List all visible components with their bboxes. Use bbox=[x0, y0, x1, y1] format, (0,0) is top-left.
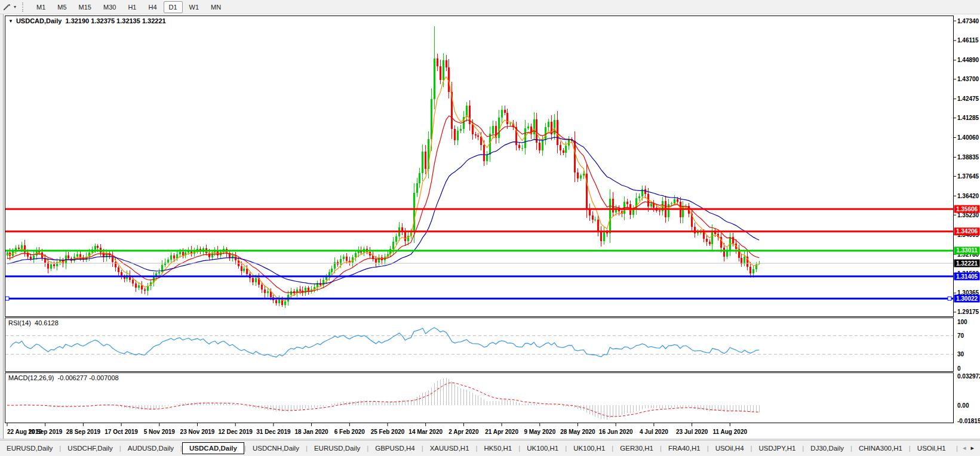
chart-tab-DJ30-Daily[interactable]: DJ30,Daily bbox=[804, 442, 850, 454]
timeframe-button-M1[interactable]: M1 bbox=[31, 1, 51, 13]
drawing-tool-group[interactable]: ▾ bbox=[0, 3, 19, 11]
chart-ohlc-values: 1.32190 1.32375 1.32135 1.32221 bbox=[65, 17, 165, 24]
tab-separator: | bbox=[956, 445, 958, 452]
line-selection-marker[interactable] bbox=[948, 297, 951, 300]
chart-tab-UK100-H1[interactable]: UK100,H1 bbox=[567, 442, 612, 454]
chart-tab-USOil-H4[interactable]: USOil,H4 bbox=[709, 442, 751, 454]
svg-text:1.32221: 1.32221 bbox=[956, 260, 978, 267]
chart-tab-USOil-H1[interactable]: USOil,H1 bbox=[911, 442, 950, 454]
tab-scroll-left-icon[interactable]: ◂ bbox=[963, 444, 966, 452]
svg-text:1.33011: 1.33011 bbox=[956, 247, 978, 254]
svg-text:30: 30 bbox=[957, 351, 964, 358]
timeframe-buttons: M1M5M15M30H1H4D1W1MN bbox=[30, 1, 227, 13]
chart-tab-USDCHF-Daily[interactable]: USDCHF,Daily bbox=[61, 442, 119, 454]
svg-text:1.31405: 1.31405 bbox=[956, 273, 978, 280]
svg-text:12 Dec 2019: 12 Dec 2019 bbox=[219, 429, 253, 435]
price-badge-1.34206: 1.34206 bbox=[954, 227, 980, 235]
chart-tab-HK50-H1[interactable]: HK50,H1 bbox=[478, 442, 519, 454]
svg-text:28 May 2020: 28 May 2020 bbox=[560, 429, 595, 435]
timeframe-button-MN[interactable]: MN bbox=[205, 1, 226, 13]
toolbar-grip[interactable] bbox=[22, 2, 26, 12]
timeframe-button-M30[interactable]: M30 bbox=[98, 1, 121, 13]
chart-canvas[interactable]: 1.473401.461151.448901.437001.424751.412… bbox=[0, 0, 980, 456]
chart-tab-EURUSD-Daily[interactable]: EURUSD,Daily bbox=[0, 442, 59, 454]
chart-tab-UK100-H1[interactable]: UK100,H1 bbox=[520, 442, 565, 454]
svg-text:1.42475: 1.42475 bbox=[957, 95, 979, 102]
chart-tab-USDCAD-Daily[interactable]: USDCAD,Daily bbox=[182, 442, 244, 454]
rsi-name: RSI(14) bbox=[8, 319, 31, 326]
svg-text:9 May 2020: 9 May 2020 bbox=[524, 429, 555, 435]
svg-text:1.38835: 1.38835 bbox=[957, 154, 979, 161]
svg-text:1.30022: 1.30022 bbox=[956, 295, 978, 302]
chart-tab-CHINA300-H1[interactable]: CHINA300,H1 bbox=[852, 442, 909, 454]
svg-text:100: 100 bbox=[957, 319, 967, 325]
top-toolbar: ▾ M1M5M15M30H1H4D1W1MN bbox=[0, 0, 980, 14]
svg-text:18 Jan 2020: 18 Jan 2020 bbox=[295, 429, 329, 435]
price-badge-1.30022: 1.30022 bbox=[954, 295, 980, 303]
chart-title-dropdown-icon[interactable]: ▼ bbox=[8, 19, 13, 24]
svg-text:1.35606: 1.35606 bbox=[956, 206, 978, 212]
svg-text:2 Apr 2020: 2 Apr 2020 bbox=[448, 429, 479, 435]
chart-tab-USDJPY-H1[interactable]: USDJPY,H1 bbox=[752, 442, 803, 454]
chart-tab-FRA40-H1[interactable]: FRA40,H1 bbox=[662, 442, 707, 454]
line-selection-marker[interactable] bbox=[5, 297, 9, 300]
chart-tab-XAUUSD-H1[interactable]: XAUUSD,H1 bbox=[423, 442, 476, 454]
svg-text:0.032972: 0.032972 bbox=[957, 373, 980, 380]
tab-scroll-right-icon[interactable]: ▸ bbox=[970, 444, 974, 452]
rsi-indicator-label: RSI(14) 40.6128 bbox=[8, 319, 59, 326]
chart-tab-AUDUSD-Daily[interactable]: AUDUSD,Daily bbox=[121, 442, 180, 454]
chart-tab-GER30-H1[interactable]: GER30,H1 bbox=[613, 442, 660, 454]
svg-text:28 Sep 2019: 28 Sep 2019 bbox=[66, 429, 101, 435]
rsi-value: 40.6128 bbox=[35, 319, 59, 326]
macd-values: -0.006277 -0.007008 bbox=[58, 374, 119, 381]
svg-text:1.47340: 1.47340 bbox=[957, 18, 979, 24]
svg-text:14 Mar 2020: 14 Mar 2020 bbox=[408, 429, 443, 435]
svg-text:1.40060: 1.40060 bbox=[957, 134, 979, 141]
price-badge-1.31405: 1.31405 bbox=[954, 273, 980, 281]
timeframe-button-M15[interactable]: M15 bbox=[73, 1, 97, 13]
svg-text:21 Apr 2020: 21 Apr 2020 bbox=[485, 429, 518, 435]
timeframe-button-H4[interactable]: H4 bbox=[143, 1, 162, 13]
svg-text:1.46115: 1.46115 bbox=[957, 37, 979, 44]
price-badge-1.35606: 1.35606 bbox=[954, 205, 980, 213]
macd-name: MACD(12,26,9) bbox=[8, 374, 54, 381]
svg-text:31 Dec 2019: 31 Dec 2019 bbox=[256, 429, 291, 435]
svg-text:17 Oct 2019: 17 Oct 2019 bbox=[105, 429, 138, 435]
svg-text:4 Jul 2020: 4 Jul 2020 bbox=[640, 429, 668, 435]
chart-tab-USDCNH-Daily[interactable]: USDCNH,Daily bbox=[246, 442, 306, 454]
svg-text:1.29175: 1.29175 bbox=[957, 309, 979, 315]
timeframe-button-M5[interactable]: M5 bbox=[52, 1, 72, 13]
svg-text:11 Aug 2020: 11 Aug 2020 bbox=[713, 429, 748, 435]
macd-indicator-label: MACD(12,26,9) -0.006277 -0.007008 bbox=[8, 374, 119, 381]
svg-text:1.36420: 1.36420 bbox=[957, 193, 979, 199]
svg-text:25 Feb 2020: 25 Feb 2020 bbox=[371, 429, 405, 435]
svg-text:1.37645: 1.37645 bbox=[957, 173, 979, 180]
chart-tabs: EURUSD,Daily|USDCHF,Daily|AUDUSD,Daily|U… bbox=[0, 440, 950, 455]
svg-text:-0.018154: -0.018154 bbox=[957, 418, 980, 424]
timeframe-button-W1[interactable]: W1 bbox=[184, 1, 205, 13]
timeframe-button-H1[interactable]: H1 bbox=[122, 1, 142, 13]
bid-price-badge: 1.32221 bbox=[954, 260, 980, 267]
tab-scroll-controls: | ◂ ▸ bbox=[950, 444, 980, 452]
price-badge-1.33011: 1.33011 bbox=[954, 247, 980, 254]
svg-text:1.34206: 1.34206 bbox=[956, 228, 978, 235]
svg-text:1.41285: 1.41285 bbox=[957, 115, 979, 121]
svg-text:0.00: 0.00 bbox=[957, 402, 969, 409]
svg-text:70: 70 bbox=[957, 332, 964, 339]
svg-text:1.43700: 1.43700 bbox=[957, 76, 979, 82]
svg-text:6 Feb 2020: 6 Feb 2020 bbox=[334, 429, 365, 435]
drawing-tool-dropdown-icon[interactable]: ▾ bbox=[14, 4, 16, 10]
timeframe-button-D1[interactable]: D1 bbox=[164, 1, 183, 13]
svg-text:5 Nov 2019: 5 Nov 2019 bbox=[144, 429, 176, 435]
svg-text:0: 0 bbox=[957, 365, 961, 372]
svg-text:23 Nov 2019: 23 Nov 2019 bbox=[180, 429, 215, 435]
chart-tab-EURUSD-Daily[interactable]: EURUSD,Daily bbox=[308, 442, 367, 454]
drawing-tool-icon bbox=[2, 3, 12, 11]
mt4-window: { "toolbar": { "dropdown_icon": "▾", "ti… bbox=[0, 0, 980, 456]
svg-text:10 Sep 2019: 10 Sep 2019 bbox=[28, 429, 63, 435]
svg-text:23 Jul 2020: 23 Jul 2020 bbox=[676, 429, 708, 435]
chart-title: ▼USDCAD,Daily 1.32190 1.32375 1.32135 1.… bbox=[8, 17, 166, 24]
chart-tab-GBPUSD-H4[interactable]: GBPUSD,H4 bbox=[368, 442, 421, 454]
chart-tab-bar: EURUSD,Daily|USDCHF,Daily|AUDUSD,Daily|U… bbox=[0, 440, 980, 455]
chart-symbol-label: USDCAD,Daily bbox=[16, 17, 62, 24]
